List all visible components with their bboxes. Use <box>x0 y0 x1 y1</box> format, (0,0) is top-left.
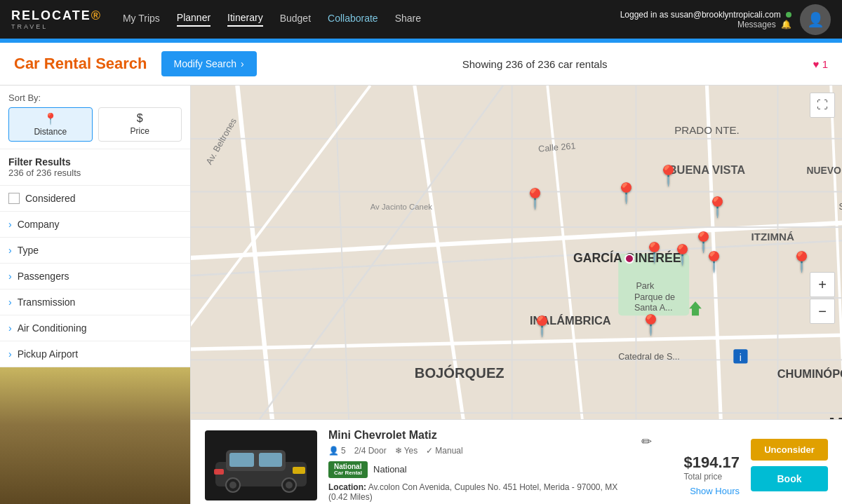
filter-count: 236 of 236 results <box>8 168 182 178</box>
book-button[interactable]: Book <box>751 466 828 491</box>
car-details: Mini Chevrolet Matiz 👤 5 2/4 Door ❄ Yes … <box>328 429 630 502</box>
considered-filter[interactable]: Considered <box>0 186 190 212</box>
filter-type[interactable]: › Type <box>0 238 190 264</box>
svg-rect-49 <box>229 453 254 467</box>
filter-passengers[interactable]: › Passengers <box>0 264 190 290</box>
considered-label: Considered <box>25 193 76 204</box>
user-email: Logged in as susan@brooklyntropicali.com <box>620 10 791 20</box>
ac-spec: ❄ Yes <box>395 446 418 456</box>
showing-count: Showing 236 of 236 car rentals <box>271 58 799 70</box>
svg-rect-56 <box>214 469 224 475</box>
nav-links: My Trips Planner Itinerary Budget Collab… <box>123 12 620 27</box>
avatar[interactable]: 👤 <box>800 4 831 35</box>
filter-transmission[interactable]: › Transmission <box>0 290 190 315</box>
chevron-right-icon: › <box>8 322 12 334</box>
filter-pickup-airport[interactable]: › Pickup Airport <box>0 341 190 367</box>
nav-planner[interactable]: Planner <box>177 12 210 27</box>
map-controls-top-right: ⛶ <box>810 93 835 118</box>
svg-text:SAN PEDRO CHOLUL: SAN PEDRO CHOLUL <box>838 202 842 212</box>
check-icon: ✓ <box>426 446 433 456</box>
sort-buttons: 📍 Distance $ Price <box>8 107 182 142</box>
logo-sub: TRAVEL <box>11 23 48 30</box>
nav-collaborate[interactable]: Collaborate <box>328 13 378 26</box>
svg-text:Park: Park <box>636 281 655 291</box>
arrow-right-icon: › <box>241 58 244 69</box>
svg-text:PRADO NTE.: PRADO NTE. <box>674 124 740 136</box>
unconsider-button[interactable]: Unconsider <box>751 439 828 461</box>
page-title: Car Rental Search <box>14 55 147 73</box>
car-illustration <box>208 437 314 493</box>
vendor-name: National <box>373 464 407 475</box>
sort-label: Sort By: <box>8 93 182 103</box>
show-hours-link[interactable]: Show Hours <box>690 486 740 496</box>
svg-text:Catedral de S...: Catedral de S... <box>618 352 680 362</box>
action-buttons: Unconsider Book <box>751 439 828 491</box>
top-navigation: RELOCATE® TRAVEL My Trips Planner Itiner… <box>0 0 842 39</box>
map-pin-11[interactable]: 📍 <box>639 313 663 336</box>
chevron-right-icon: › <box>8 271 12 282</box>
car-specs: 👤 5 2/4 Door ❄ Yes ✓ Manual <box>328 446 630 456</box>
sidebar: Sort By: 📍 Distance $ Price Filter Resul… <box>0 86 191 504</box>
subheader: Car Rental Search Modify Search › Showin… <box>0 43 842 86</box>
sort-distance-button[interactable]: 📍 Distance <box>8 107 93 142</box>
svg-text:Santa A...: Santa A... <box>634 303 673 313</box>
price-label: Total price <box>683 472 740 482</box>
svg-text:Av Jacinto Canek: Av Jacinto Canek <box>370 203 433 211</box>
ac-icon: ❄ <box>395 446 402 456</box>
svg-text:ITZIMNÁ: ITZIMNÁ <box>751 231 794 243</box>
fullscreen-button[interactable]: ⛶ <box>810 93 835 118</box>
price-icon: $ <box>137 112 143 125</box>
map-pin-1[interactable]: 📍 <box>523 187 547 210</box>
zoom-in-button[interactable]: + <box>810 272 835 297</box>
sidebar-background-image <box>0 367 190 504</box>
nav-share[interactable]: Share <box>395 13 421 26</box>
filter-air-conditioning[interactable]: › Air Conditioning <box>0 315 190 341</box>
vendor-row: National Car Rental National <box>328 461 630 478</box>
bell-icon[interactable]: 🔔 <box>781 20 791 29</box>
filter-section: Filter Results 236 of 236 results <box>0 149 190 186</box>
edit-icon[interactable]: ✏ <box>641 434 652 449</box>
considered-checkbox[interactable] <box>8 193 20 204</box>
modify-search-button[interactable]: Modify Search › <box>161 51 257 76</box>
nav-my-trips[interactable]: My Trips <box>123 13 160 26</box>
price-section: ✏ $194.17 Total price Show Hours <box>641 434 740 496</box>
fullscreen-icon: ⛶ <box>817 99 828 111</box>
car-name: Mini Chevrolet Matiz <box>328 429 630 442</box>
location-text: Location: Av.colon Con Avenida, Cupules … <box>328 482 630 502</box>
logo: RELOCATE® TRAVEL <box>11 8 102 30</box>
sort-section: Sort By: 📍 Distance $ Price <box>0 86 190 149</box>
doors-spec: 2/4 Door <box>354 446 387 456</box>
nav-itinerary[interactable]: Itinerary <box>227 12 263 27</box>
map-pin-3[interactable]: 📍 <box>656 164 681 187</box>
filter-company[interactable]: › Company <box>0 212 190 238</box>
car-image <box>205 430 317 500</box>
passengers-spec: 👤 5 <box>328 446 346 456</box>
nav-budget[interactable]: Budget <box>280 13 311 26</box>
map-pin-2[interactable]: 📍 <box>614 182 639 205</box>
map-pin-4[interactable]: 📍 <box>705 196 730 219</box>
svg-point-52 <box>229 482 236 489</box>
map-pin-5[interactable]: 📍 <box>642 241 667 264</box>
transmission-spec: ✓ Manual <box>426 446 462 456</box>
svg-point-54 <box>286 482 293 489</box>
svg-text:NUEVO YUCATÁN: NUEVO YUCATÁN <box>807 165 842 176</box>
messages-row: Messages 🔔 <box>737 20 791 29</box>
zoom-controls: + − <box>810 272 835 324</box>
result-card: Mini Chevrolet Matiz 👤 5 2/4 Door ❄ Yes … <box>191 419 842 504</box>
map-container: BUENA VISTA NUEVO YUCATÁN ITZIMNÁ PRADO … <box>191 86 842 504</box>
svg-text:Parque de: Parque de <box>634 292 675 302</box>
price-amount: $194.17 <box>683 454 740 472</box>
sort-price-button[interactable]: $ Price <box>98 107 182 142</box>
main-layout: Sort By: 📍 Distance $ Price Filter Resul… <box>0 86 842 504</box>
user-info: Logged in as susan@brooklyntropicali.com… <box>620 10 791 29</box>
logo-text: RELOCATE® <box>11 8 102 23</box>
svg-text:CHUMINÓPOLIS: CHUMINÓPOLIS <box>777 367 842 380</box>
map-pin-8[interactable]: 📍 <box>702 250 726 273</box>
online-indicator <box>786 12 791 18</box>
zoom-out-button[interactable]: − <box>810 299 835 324</box>
heart-count[interactable]: ♥ 1 <box>813 58 828 70</box>
vendor-badge: National Car Rental <box>328 461 368 478</box>
chevron-right-icon: › <box>8 219 12 230</box>
distance-icon: 📍 <box>44 112 58 125</box>
map-pin-10[interactable]: 📍 <box>530 315 554 338</box>
